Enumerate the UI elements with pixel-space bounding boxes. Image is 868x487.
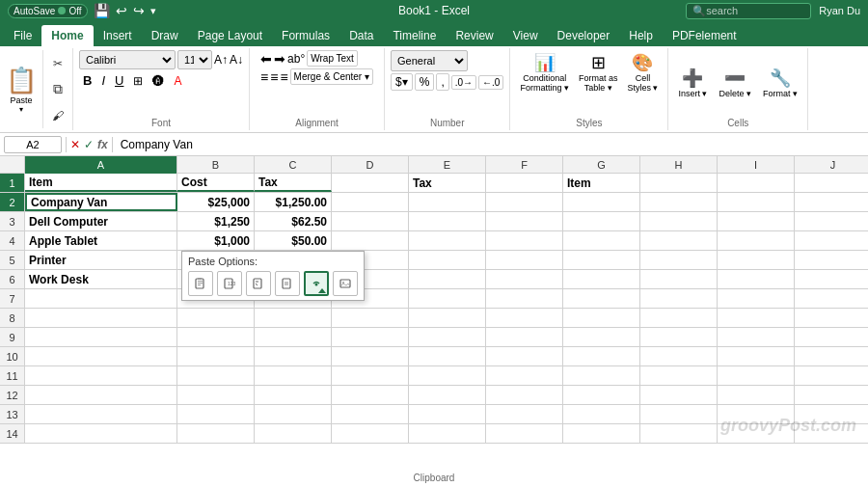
cell-a8[interactable] [25, 309, 177, 327]
tab-file[interactable]: File [4, 25, 41, 46]
cell-d14[interactable] [332, 424, 409, 443]
cell-e13[interactable] [409, 405, 486, 423]
cell-a10[interactable] [25, 347, 177, 365]
cell-b9[interactable] [177, 328, 255, 346]
cell-d10[interactable] [332, 347, 409, 365]
cell-d1[interactable] [332, 174, 409, 192]
cell-a14[interactable] [25, 424, 177, 443]
tab-home[interactable]: Home [41, 25, 93, 46]
paste-opt-values[interactable]: 123 [217, 271, 242, 296]
underline-button[interactable]: U [111, 71, 127, 90]
dec-dec-button[interactable]: ←.0 [478, 75, 503, 90]
cell-f1[interactable] [486, 174, 563, 192]
cell-g8[interactable] [563, 309, 640, 327]
cell-e1[interactable]: Tax [409, 174, 486, 192]
align-left-icon[interactable]: ≡ [260, 69, 268, 85]
cell-b2[interactable]: $25,000 [177, 193, 255, 211]
row-num-1[interactable]: 1 [0, 174, 25, 192]
tab-review[interactable]: Review [446, 25, 502, 46]
row-num-13[interactable]: 13 [0, 405, 25, 423]
cell-f10[interactable] [486, 347, 563, 365]
cell-b5[interactable]: Paste Options: [177, 251, 255, 269]
paste-opt-picture[interactable] [333, 271, 358, 296]
number-format-select[interactable]: General Number Currency [391, 50, 468, 71]
cell-i2[interactable] [718, 193, 795, 211]
dec-font-icon[interactable]: A↓ [230, 53, 243, 67]
cell-j9[interactable] [795, 328, 868, 346]
cell-g11[interactable] [563, 366, 640, 385]
cell-b13[interactable] [177, 405, 255, 423]
tab-data[interactable]: Data [339, 25, 383, 46]
cell-i9[interactable] [718, 328, 795, 346]
delete-cells-button[interactable]: ➖ Delete ▾ [715, 66, 755, 100]
cell-e12[interactable] [409, 386, 486, 404]
cell-i13[interactable] [718, 405, 795, 423]
font-size-select[interactable]: 11 [177, 50, 212, 69]
cell-f8[interactable] [486, 309, 563, 327]
col-header-f[interactable]: F [486, 156, 563, 174]
percent-button[interactable]: % [415, 73, 435, 91]
col-header-h[interactable]: H [640, 156, 718, 174]
col-header-i[interactable]: I [718, 156, 795, 174]
col-header-g[interactable]: G [563, 156, 640, 174]
cell-a13[interactable] [25, 405, 177, 423]
cell-e3[interactable] [409, 212, 486, 230]
cell-g7[interactable] [563, 289, 640, 308]
cell-i12[interactable] [718, 386, 795, 404]
cell-h8[interactable] [640, 309, 718, 327]
cell-b14[interactable] [177, 424, 255, 443]
cell-h4[interactable] [640, 231, 718, 250]
cell-h13[interactable] [640, 405, 718, 423]
cell-e6[interactable] [409, 270, 486, 288]
cell-j1[interactable] [795, 174, 868, 192]
cell-j10[interactable] [795, 347, 868, 365]
dec-inc-button[interactable]: .0→ [451, 75, 476, 90]
cell-c3[interactable]: $62.50 [255, 212, 332, 230]
cell-e11[interactable] [409, 366, 486, 385]
cell-g9[interactable] [563, 328, 640, 346]
quick-access-more[interactable]: ▾ [150, 5, 156, 17]
formula-input[interactable] [117, 136, 864, 153]
cell-i5[interactable] [718, 251, 795, 269]
cell-d3[interactable] [332, 212, 409, 230]
tab-draw[interactable]: Draw [142, 25, 188, 46]
insert-cells-button[interactable]: ➕ Insert ▾ [674, 66, 711, 100]
cell-i6[interactable] [718, 270, 795, 288]
cell-f2[interactable] [486, 193, 563, 211]
row-num-2[interactable]: 2 [0, 193, 25, 211]
cell-j6[interactable] [795, 270, 868, 288]
tab-timeline[interactable]: Timeline [383, 25, 446, 46]
cell-h2[interactable] [640, 193, 718, 211]
cell-a9[interactable] [25, 328, 177, 346]
cell-a3[interactable]: Dell Computer [25, 212, 177, 230]
comma-button[interactable]: , [436, 73, 448, 91]
tab-page-layout[interactable]: Page Layout [188, 25, 272, 46]
cell-g3[interactable] [563, 212, 640, 230]
cell-a12[interactable] [25, 386, 177, 404]
row-num-8[interactable]: 8 [0, 309, 25, 327]
cell-g5[interactable] [563, 251, 640, 269]
cell-e8[interactable] [409, 309, 486, 327]
cell-g1[interactable]: Item [563, 174, 640, 192]
cell-i1[interactable] [718, 174, 795, 192]
cell-c4[interactable]: $50.00 [255, 231, 332, 250]
cell-d8[interactable] [332, 309, 409, 327]
cell-a6[interactable]: Work Desk [25, 270, 177, 288]
cell-c1[interactable]: Tax [255, 174, 332, 192]
cell-e2[interactable] [409, 193, 486, 211]
cell-j7[interactable] [795, 289, 868, 308]
format-as-table-button[interactable]: ⊞ Format as Table ▾ [575, 50, 622, 95]
cell-c13[interactable] [255, 405, 332, 423]
fill-color-button[interactable]: 🅐 [149, 72, 168, 90]
cell-g4[interactable] [563, 231, 640, 250]
format-cells-button[interactable]: 🔧 Format ▾ [759, 66, 801, 100]
inc-font-icon[interactable]: A↑ [214, 53, 228, 67]
paste-opt-default[interactable] [188, 271, 213, 296]
row-num-11[interactable]: 11 [0, 366, 25, 385]
cell-g2[interactable] [563, 193, 640, 211]
cell-b3[interactable]: $1,250 [177, 212, 255, 230]
search-input[interactable] [706, 5, 804, 16]
cell-h12[interactable] [640, 386, 718, 404]
cell-h9[interactable] [640, 328, 718, 346]
tab-developer[interactable]: Developer [548, 25, 620, 46]
